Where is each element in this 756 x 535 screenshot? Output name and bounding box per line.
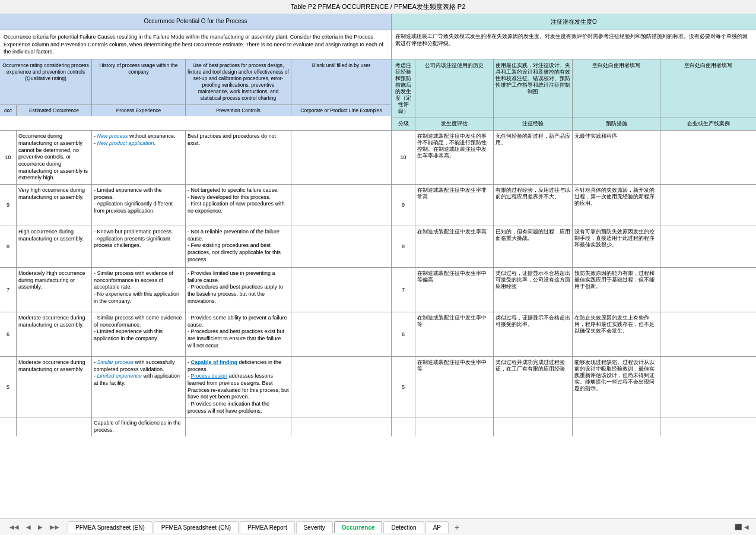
r-fa-value: 在制造或装配注征中发生率中等 [415, 357, 494, 417]
prev-ctrl-value: - Provides limited use in preventing a f… [186, 268, 291, 312]
r-qi-value [660, 131, 756, 184]
criteria-left: Occurrence criteria for potential Failur… [0, 30, 392, 59]
occ-value: 5 [0, 357, 17, 417]
tab-ap[interactable]: AP [425, 521, 449, 533]
tab-pfmea-report[interactable]: PFMEA Report [240, 521, 295, 533]
prev-ctrl-value: - Not a reliable prevention of the failu… [186, 226, 291, 267]
r-fang-value: 能够发现过程缺陷。过程设计从以前的设计中吸取经验教训，最佳实践重新评估该设计，但… [573, 357, 660, 417]
est-occ-value: Very high occurrence during manufacturin… [17, 185, 92, 226]
prev-ctrl-value: - Capable of finding deficiencies in the… [186, 357, 291, 417]
occ-col-header: occ [0, 105, 17, 116]
left-section-header: Occurrence Potential O for the Process [0, 14, 392, 30]
prev-ctrl-value [186, 417, 291, 436]
proc-exp-value: - Limited experience with the process. -… [92, 185, 186, 226]
r-fa-value: 在制造或装配注征中发生的事件不能确定，不能进行预防性控制。在制造或组装注征中发生… [415, 131, 494, 184]
occ-value: 8 [0, 226, 17, 267]
r-fang-value: 在防止失效原因的发生上有些作用，程序和最佳实践存在，但不足以确保失效不会发生。 [573, 312, 660, 356]
r-qi-value [660, 417, 756, 436]
blank-value [291, 357, 391, 417]
occ-value: 7 [0, 268, 17, 312]
nav-first[interactable]: ◀◀ [7, 523, 21, 531]
r-fa-value: 在制造或装配注征中发生率高 [415, 226, 494, 267]
title-bar: Table P2 PFMEA OCCURRENCE / PFMEA发生频度表格 … [0, 0, 756, 14]
r-fa-header: 发生度评估 [415, 118, 494, 130]
col3-header-top: Use of best practices for process design… [186, 59, 291, 105]
blank-value [291, 417, 391, 436]
sheet-nav: ◀◀ ◀ ▶ ▶▶ [2, 523, 66, 531]
r-jing-value: 类似过程，证据显示不合格超出可接受的比率。 [494, 312, 573, 356]
r-fang-header: 预防措施 [573, 118, 660, 130]
nav-last[interactable]: ▶▶ [47, 523, 62, 531]
r-col3-header-top: 使用最佳实践，对注征设计、夹具和工装的设计和及被控的有效性和校准注征、错误校对、… [494, 59, 573, 118]
r-col2-header-top: 公司内该注征使用的历史 [415, 59, 494, 118]
r-fen-value: 7 [392, 268, 415, 312]
r-jing-value: 无任何经验的新过程，新产品应用。 [494, 131, 573, 184]
proc-exp-value: - Similar process with some evidence of … [92, 312, 186, 356]
tab-detection[interactable]: Detection [383, 521, 424, 533]
r-fen-value: 8 [392, 226, 415, 267]
blank-value [291, 268, 391, 312]
r-fen-value: 10 [392, 131, 415, 184]
table-row: 8 High occurrence during manufacturing o… [0, 226, 756, 268]
proc-exp-value: Capable of finding deficiencies in the p… [92, 417, 186, 436]
est-occ-value: Moderate occurrence during manufacturing… [17, 357, 92, 417]
r-qi-value [660, 357, 756, 417]
r-qi-value [660, 268, 756, 312]
proc-exp-value: - Similar process with successfully comp… [92, 357, 186, 417]
est-occ-value: High occurrence during manufacturing or … [17, 226, 92, 267]
scroll-bar-icon: ⬛ [735, 524, 742, 530]
r-fang-value [573, 417, 660, 436]
r-fang-value: 不针对具体的失效原因，新开发的过程，第一次使用无经验的新程序的应用。 [573, 185, 660, 226]
r-qi-value [660, 312, 756, 356]
r-fen-value: 6 [392, 312, 415, 356]
table-row: 9 Very high occurrence during manufactur… [0, 185, 756, 226]
tab-occurrence[interactable]: Occurrence [334, 521, 383, 533]
r-jing-value: 类似过程，证据显示不合格超出可接受的比率，公司没有这方面应用经验 [494, 268, 573, 312]
proc-exp-value: - Similar process with evidence of nonco… [92, 268, 186, 312]
r-fang-value: 预防失效原因的能力有限，过程和最佳实践应用于基础过程，但不能用于创新。 [573, 268, 660, 312]
r-qi-header: 企业或生产线案例 [660, 118, 756, 130]
est-occ-value [17, 417, 92, 436]
tab-pfmea-en[interactable]: PFMEA Spreadsheet (EN) [68, 521, 153, 533]
r-fen-value [392, 417, 415, 436]
table-row: 5 Moderate occurrence during manufacturi… [0, 357, 756, 418]
proc-exp-value: - Known but problematic process. - Appli… [92, 226, 186, 267]
nav-prev[interactable]: ◀ [24, 523, 33, 531]
r-fa-value [415, 417, 494, 436]
col4-header-top: Blank until filled in by user [291, 59, 391, 105]
tab-severity[interactable]: Severity [296, 521, 333, 533]
prev-ctrl-header: Prevention Controls [186, 105, 291, 116]
r-fa-value: 在制造或装配注征中发生率非常高 [415, 185, 494, 226]
r-jing-value: 有限的过程经验，应用过往与以前的过程应用差界并不大。 [494, 185, 573, 226]
prev-ctrl-value: Best practices and procedures do not exi… [186, 131, 291, 184]
r-qi-value [660, 185, 756, 226]
r-jing-value: 已知的，但有问题的过程，应用面临重大挑战。 [494, 226, 573, 267]
right-section-header: 注征潜在发生度O [392, 14, 756, 30]
r-fa-value: 在制造或装配注征中发生率中等偏高 [415, 268, 494, 312]
est-occ-value: Moderate occurrence during manufacturing… [17, 312, 92, 356]
prev-ctrl-value: - Provides some ability to prevent a fai… [186, 312, 291, 356]
table-row: 10 Occurrence during manufacturing or as… [0, 131, 756, 185]
est-occ-value: Occurrence during manufacturing or assem… [17, 131, 92, 184]
r-col5-header-top: 空白处向使用者填写 [660, 59, 756, 118]
bottom-tabs-bar: ◀◀ ◀ ▶ ▶▶ PFMEA Spreadsheet (EN) PFMEA S… [0, 518, 756, 535]
est-occ-header: Estimated Occurrence [17, 105, 92, 116]
r-fen-header: 分级 [392, 118, 415, 130]
r-fang-value: 没有可靠的预防失效原因发生的控制手段，直接适用于此过程的程序和最佳实践很少。 [573, 226, 660, 267]
occ-value: 6 [0, 312, 17, 356]
corp-prod-header: Corporate or Product Line Examples [291, 105, 391, 116]
r-col1-header-top: 考虑注征经验和预防措施后的发生度（定性评级） [392, 59, 415, 118]
blank-value [291, 185, 391, 226]
table-row: 7 Moderately High occurrence during manu… [0, 268, 756, 312]
blank-value [291, 226, 391, 267]
add-sheet-button[interactable]: + [450, 520, 464, 534]
data-rows-container[interactable]: 10 Occurrence during manufacturing or as… [0, 131, 756, 518]
occ-value [0, 417, 17, 436]
criteria-right: 在制造或组装工厂导致失效模式发生的潜在失效原因的发生度。对发生度有效评价时需参考… [392, 30, 756, 59]
r-col4-header-top: 空白处向使用者填写 [573, 59, 660, 118]
blank-value [291, 131, 391, 184]
occ-value: 9 [0, 185, 17, 226]
tab-pfmea-cn[interactable]: PFMEA Spreadsheet (CN) [154, 521, 239, 533]
nav-next[interactable]: ▶ [36, 523, 45, 531]
r-jing-value: 类似过程并成功完成过过程验证，在工厂有有限的应用经验 [494, 357, 573, 417]
